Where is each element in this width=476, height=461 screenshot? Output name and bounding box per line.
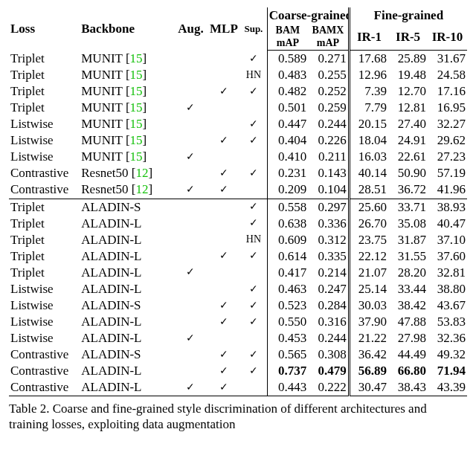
cell-aug xyxy=(174,314,207,330)
cell-aug xyxy=(174,363,207,379)
cell-ir10: 24.58 xyxy=(428,67,467,83)
table-row: ContrastiveALADIN-L✓✓0.4430.22230.4738.4… xyxy=(9,379,467,396)
table-row: TripletALADIN-L✓0.4170.21421.0728.2032.8… xyxy=(9,265,467,281)
cell-loss: Listwise xyxy=(9,281,80,297)
cell-ir5: 66.80 xyxy=(388,363,428,379)
cell-bam: 0.482 xyxy=(267,83,308,100)
cite-link[interactable]: 12 xyxy=(135,182,148,196)
cell-backbone: ALADIN-L xyxy=(80,330,174,346)
cell-bamx: 0.271 xyxy=(308,51,349,68)
cell-backbone: ALADIN-S xyxy=(80,297,174,314)
cite-link[interactable]: 15 xyxy=(130,51,143,65)
cell-bamx: 0.335 xyxy=(308,248,349,265)
cell-bam: 0.501 xyxy=(267,100,308,116)
cite-link[interactable]: 15 xyxy=(130,68,143,82)
cite-link[interactable]: 12 xyxy=(135,166,148,180)
cell-aug: ✓ xyxy=(174,149,207,165)
cell-ir5: 38.43 xyxy=(388,379,428,396)
cell-bamx: 0.244 xyxy=(308,330,349,346)
table-row: ListwiseMUNIT [15]✓0.4100.21116.0322.612… xyxy=(9,149,467,165)
cell-bam: 0.443 xyxy=(267,379,308,396)
cell-bam: 0.417 xyxy=(267,265,308,281)
cell-bamx: 0.214 xyxy=(308,265,349,281)
cell-ir10: 40.47 xyxy=(428,216,467,232)
cell-backbone: MUNIT [15] xyxy=(80,100,174,116)
table-row: ContrastiveALADIN-S✓✓0.5650.30836.4244.4… xyxy=(9,346,467,363)
cell-sup: ✓ xyxy=(240,281,267,297)
cell-bam: 0.483 xyxy=(267,67,308,83)
cell-mlp: ✓ xyxy=(208,297,240,314)
cell-ir10: 53.83 xyxy=(428,314,467,330)
cell-ir10: 38.93 xyxy=(428,199,467,216)
table-row: TripletALADIN-L✓✓0.6140.33522.1231.5537.… xyxy=(9,248,467,265)
cell-bam: 0.453 xyxy=(267,330,308,346)
cell-mlp xyxy=(208,149,240,165)
cell-aug xyxy=(174,232,207,248)
cell-ir10: 49.32 xyxy=(428,346,467,363)
cell-aug xyxy=(174,116,207,132)
cell-ir10: 32.27 xyxy=(428,116,467,132)
cell-backbone: ALADIN-L xyxy=(80,281,174,297)
cell-ir5: 12.70 xyxy=(388,83,428,100)
cell-backbone: MUNIT [15] xyxy=(80,132,174,149)
results-table: Loss Backbone Aug. MLP Sup. Coarse-grain… xyxy=(9,7,467,396)
cell-mlp xyxy=(208,100,240,116)
cell-backbone: MUNIT [15] xyxy=(80,149,174,165)
cite-link[interactable]: 15 xyxy=(130,149,143,164)
cite-link[interactable]: 15 xyxy=(130,100,143,115)
cell-ir10: 31.67 xyxy=(428,51,467,68)
cell-bam: 0.614 xyxy=(267,248,308,265)
cell-ir5: 24.91 xyxy=(388,132,428,149)
cell-mlp xyxy=(208,199,240,216)
cell-backbone: MUNIT [15] xyxy=(80,83,174,100)
cell-loss: Listwise xyxy=(9,132,80,149)
cell-backbone: ALADIN-L xyxy=(80,248,174,265)
cell-aug xyxy=(174,165,207,181)
cell-sup xyxy=(240,100,267,116)
cite-link[interactable]: 15 xyxy=(130,133,143,147)
cell-ir10: 37.10 xyxy=(428,232,467,248)
cell-mlp xyxy=(208,265,240,281)
cell-bamx: 0.336 xyxy=(308,216,349,232)
cell-ir10: 43.67 xyxy=(428,297,467,314)
cite-link[interactable]: 15 xyxy=(130,84,143,98)
cell-sup: ✓ xyxy=(240,216,267,232)
cell-backbone: ALADIN-L xyxy=(80,265,174,281)
cell-sup: ✓ xyxy=(240,346,267,363)
cell-mlp: ✓ xyxy=(208,181,240,199)
cell-bam: 0.550 xyxy=(267,314,308,330)
col-sup: Sup. xyxy=(240,7,267,51)
cell-mlp: ✓ xyxy=(208,248,240,265)
cell-ir10: 32.36 xyxy=(428,330,467,346)
cell-bamx: 0.297 xyxy=(308,199,349,216)
cell-bam: 0.589 xyxy=(267,51,308,68)
cell-loss: Listwise xyxy=(9,314,80,330)
cell-mlp: ✓ xyxy=(208,83,240,100)
cell-loss: Contrastive xyxy=(9,346,80,363)
table-figure: Loss Backbone Aug. MLP Sup. Coarse-grain… xyxy=(0,0,476,442)
cell-mlp xyxy=(208,330,240,346)
cell-bamx: 0.222 xyxy=(308,379,349,396)
cell-ir1: 20.15 xyxy=(349,116,388,132)
cell-aug xyxy=(174,248,207,265)
cell-ir1: 28.51 xyxy=(349,181,388,199)
cell-sup: ✓ xyxy=(240,297,267,314)
cite-link[interactable]: 15 xyxy=(130,117,143,131)
cell-ir1: 30.47 xyxy=(349,379,388,396)
cell-loss: Triplet xyxy=(9,51,80,68)
cell-loss: Contrastive xyxy=(9,181,80,199)
table-row: ListwiseALADIN-S✓✓0.5230.28430.0338.4243… xyxy=(9,297,467,314)
table-row: TripletMUNIT [15]✓0.5010.2597.7912.8116.… xyxy=(9,100,467,116)
cell-ir1: 36.42 xyxy=(349,346,388,363)
cell-backbone: ALADIN-S xyxy=(80,346,174,363)
col-mlp: MLP xyxy=(208,7,240,51)
table-row: ContrastiveALADIN-L✓✓0.7370.47956.8966.8… xyxy=(9,363,467,379)
cell-aug xyxy=(174,281,207,297)
cell-backbone: ALADIN-L xyxy=(80,216,174,232)
cell-mlp xyxy=(208,67,240,83)
cell-bamx: 0.479 xyxy=(308,363,349,379)
colgroup-fine: Fine-grained xyxy=(349,7,467,24)
cell-loss: Triplet xyxy=(9,67,80,83)
table-row: ContrastiveResnet50 [12]✓✓0.2090.10428.5… xyxy=(9,181,467,199)
cell-loss: Triplet xyxy=(9,265,80,281)
